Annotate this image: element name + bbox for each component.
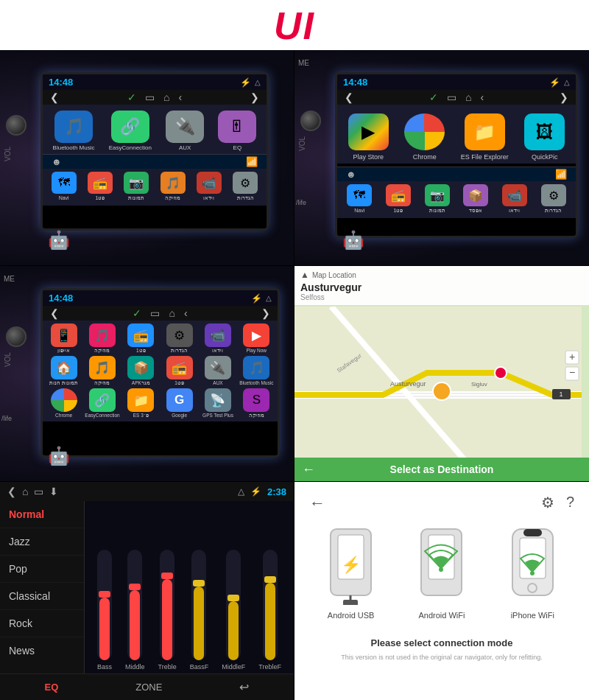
map-subtitle: Selfoss: [300, 293, 583, 301]
next-btn-1[interactable]: ❯: [250, 91, 259, 103]
back-arrow-map[interactable]: ←: [302, 462, 315, 477]
conn-android-wifi[interactable]: Android WiFi: [417, 528, 465, 620]
svg-point-27: [439, 567, 443, 572]
app-radio-3[interactable]: 📻 פט1: [123, 323, 159, 354]
app-home[interactable]: 🏠 תמונות חנות: [46, 356, 82, 386]
app-video-2[interactable]: 📹 וידאו: [502, 184, 527, 214]
app-radio[interactable]: 📻 פט1: [88, 172, 113, 201]
app-quickpic[interactable]: 🖼 QuickPic: [524, 113, 565, 161]
app-row-big: 🎵 Bluetooth Music 🔗 EasyConnection 🔌 AUX…: [43, 105, 267, 154]
app-eq[interactable]: 🎚 EQ: [218, 111, 256, 151]
app-radio2[interactable]: 📻 פט1: [161, 356, 197, 386]
eq-status-bar: ❮ ⌂ ▭ ⬇ △ ⚡ 2:38: [0, 482, 294, 501]
next-btn-2[interactable]: ❯: [560, 91, 568, 103]
next-btn-3[interactable]: ❯: [261, 307, 270, 319]
eq-slider-bass[interactable]: Bass: [97, 550, 112, 671]
app-es-file[interactable]: 📁 ES File Explorer: [461, 113, 509, 161]
app-apps-2[interactable]: 📦 אפסד: [463, 184, 488, 214]
app-settings-2[interactable]: ⚙ הגדרות: [541, 184, 566, 214]
app-apk[interactable]: 📦 APKמגר: [123, 356, 159, 386]
volume-knob-2[interactable]: [300, 111, 321, 131]
eq-slider-bassf[interactable]: BassF: [190, 550, 209, 671]
app-video[interactable]: 📹 וידאו: [197, 172, 222, 201]
app-aux[interactable]: 🔌 AUX: [166, 111, 204, 151]
check-icon-1[interactable]: ✓: [127, 91, 136, 103]
eq-tab-back[interactable]: ↩: [239, 680, 249, 694]
conn-settings-icon[interactable]: ⚙: [541, 494, 554, 513]
app-settings-3[interactable]: ⚙ הגדרות: [161, 323, 197, 354]
eq-preset-pop[interactable]: Pop: [0, 556, 84, 583]
eq-label-bass: Bass: [97, 663, 112, 671]
home-icon-2[interactable]: ⌂: [465, 91, 471, 103]
eq-tab-zone[interactable]: ZONE: [135, 682, 162, 693]
app-photos[interactable]: 📷 תמונות: [124, 172, 149, 201]
map-location-label: Map Location: [312, 271, 356, 279]
eq-slider-treble[interactable]: Treble: [158, 550, 177, 671]
eq-preset-news[interactable]: News: [0, 637, 84, 664]
volume-knob-3[interactable]: [6, 326, 27, 347]
app-radio-2[interactable]: 📻 פט1: [386, 184, 411, 214]
app-music[interactable]: 🎵 מוזיקה: [161, 172, 186, 201]
eq-slider-treblef[interactable]: TrebleF: [258, 550, 281, 671]
home-icon-1[interactable]: ⌂: [163, 91, 169, 103]
prev-btn-1[interactable]: ❮: [50, 91, 59, 103]
status-bar-2: 14:48 ⚡ △: [337, 74, 576, 90]
eq-label-treble: Treble: [158, 663, 177, 671]
eq-nav-back[interactable]: ❮: [7, 486, 16, 497]
app-es3[interactable]: 📁 ES פ׳3: [123, 388, 159, 419]
app-play-store[interactable]: ▶ Play Store: [348, 113, 389, 161]
android-wifi-phone-svg: [417, 528, 465, 605]
bluetooth-icon-2: ⚡: [549, 77, 560, 88]
volume-knob[interactable]: [6, 115, 27, 136]
conn-iphone-wifi[interactable]: iPhone WiFi: [509, 528, 557, 620]
window-icon-2[interactable]: ▭: [447, 91, 456, 103]
prev-btn-2[interactable]: ❮: [345, 91, 353, 103]
app-video-3[interactable]: 📹 וידאו: [200, 323, 236, 354]
app-iphone[interactable]: 📱 אייפון: [46, 323, 82, 354]
eq-preset-classical[interactable]: Classical: [0, 583, 84, 610]
app-playnow[interactable]: ▶ Play Now: [239, 323, 275, 354]
app-easy-connection[interactable]: 🔗 EasyConnection: [109, 111, 152, 151]
app-bt-music[interactable]: 🎵 Bluetooth Music: [239, 356, 275, 386]
check-icon-3[interactable]: ✓: [133, 307, 141, 319]
app-easy-conn-3[interactable]: 🔗 EasyConnection: [84, 388, 120, 419]
conn-back-icon[interactable]: ←: [309, 494, 325, 513]
conn-android-usb[interactable]: ⚡ Android USB: [327, 528, 375, 620]
map-address: Austurvegur: [300, 281, 583, 293]
cell-3-apps-grid: ME VOL /life 14:48 ⚡ △ ❮ ✓ ▭ ⌂ ‹: [0, 266, 294, 482]
app-gps[interactable]: 📡 GPS Test Plus: [200, 388, 236, 419]
eq-slider-middle[interactable]: Middle: [125, 550, 145, 671]
time-display-3: 14:48: [49, 293, 73, 304]
eq-preset-jazz[interactable]: Jazz: [0, 528, 84, 556]
window-icon-1[interactable]: ▭: [145, 91, 155, 103]
eq-preset-normal[interactable]: Normal: [0, 501, 84, 528]
app-music3[interactable]: S מוזיקה: [239, 388, 275, 419]
app-music-3[interactable]: 🎵 מוזיקה: [84, 323, 120, 354]
back-icon-3[interactable]: ‹: [184, 307, 188, 319]
app-chrome-3[interactable]: Chrome: [46, 388, 82, 419]
prev-btn-3[interactable]: ❮: [50, 307, 59, 319]
map-destination-bar[interactable]: ← Select as Destination: [294, 458, 589, 481]
eq-tab-eq[interactable]: EQ: [45, 682, 59, 693]
eq-preset-rock[interactable]: Rock: [0, 610, 84, 637]
window-icon-3[interactable]: ▭: [150, 307, 160, 319]
app-photos-2[interactable]: 📷 תמונות: [425, 184, 450, 214]
app-navi[interactable]: 🗺 Navi: [52, 172, 77, 201]
app-music2[interactable]: 🎵 מוזיקה: [84, 356, 120, 386]
back-icon-2[interactable]: ‹: [480, 91, 484, 103]
eq-window[interactable]: ▭: [34, 486, 43, 497]
conn-help-icon[interactable]: ?: [566, 494, 574, 513]
eq-slider-middlef[interactable]: MiddleF: [222, 550, 245, 671]
app-aux2[interactable]: 🔌 AUX: [200, 356, 236, 386]
android-usb-phone-svg: ⚡: [327, 528, 375, 605]
eq-home[interactable]: ⌂: [22, 486, 28, 497]
app-google[interactable]: G Google: [161, 388, 197, 419]
check-icon-2[interactable]: ✓: [429, 91, 438, 103]
app-bluetooth-music[interactable]: 🎵 Bluetooth Music: [53, 111, 95, 151]
app-navi-2[interactable]: 🗺 Navi: [347, 184, 372, 214]
app-chrome[interactable]: Chrome: [404, 113, 445, 161]
home-icon-3[interactable]: ⌂: [169, 307, 174, 319]
eq-dl[interactable]: ⬇: [49, 486, 58, 497]
app-settings[interactable]: ⚙ הגדרות: [233, 172, 258, 201]
back-icon-1[interactable]: ‹: [178, 91, 182, 103]
